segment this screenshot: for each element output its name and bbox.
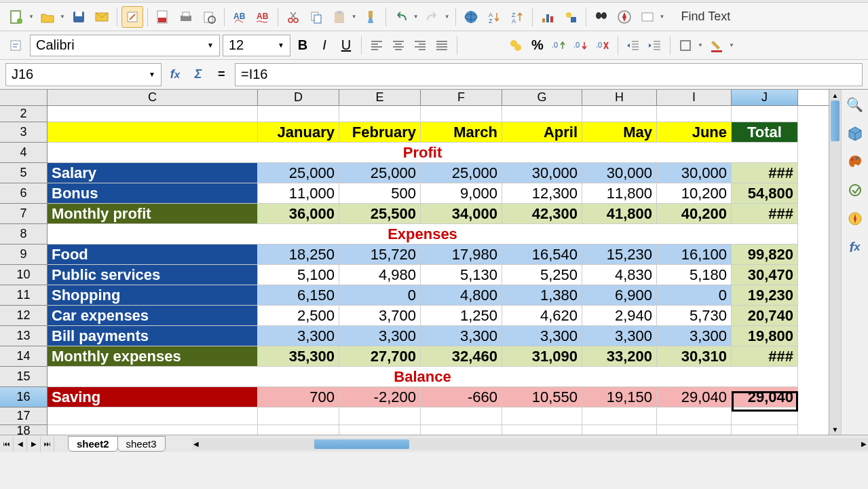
sort-asc-button[interactable]: AZ [483, 6, 505, 28]
horizontal-scrollbar[interactable]: ◀ ▶ [192, 438, 868, 450]
print-button[interactable] [175, 6, 197, 28]
col-header-c[interactable]: C [48, 90, 258, 105]
hscroll-thumb[interactable] [314, 439, 409, 449]
copy-button[interactable] [305, 6, 327, 28]
row-header-7[interactable]: 7 [0, 204, 48, 224]
row-header-4[interactable]: 4 [0, 143, 48, 163]
cell-saving-total[interactable]: 29,040 [732, 387, 798, 408]
col-header-g[interactable]: G [502, 90, 582, 105]
formula-input[interactable]: =I16 [235, 63, 863, 86]
hscroll-right-button[interactable]: ▶ [861, 440, 867, 448]
row-header-9[interactable]: 9 [0, 244, 48, 265]
row-header-15[interactable]: 15 [0, 367, 48, 387]
align-left-button[interactable] [367, 36, 386, 55]
vertical-scrollbar[interactable]: ▲ ▼ [829, 90, 841, 435]
function-wizard-button[interactable]: fx [166, 65, 185, 84]
col-header-j[interactable]: J [732, 90, 798, 105]
cell-blank-header[interactable] [48, 122, 258, 143]
row-header-6[interactable]: 6 [0, 183, 48, 204]
align-justify-button[interactable] [432, 36, 451, 55]
hyperlink-button[interactable] [460, 6, 482, 28]
row-header-10[interactable]: 10 [0, 265, 48, 285]
decrease-indent-button[interactable] [624, 36, 643, 55]
sheet-tab-sheet3[interactable]: sheet3 [117, 436, 166, 452]
vscroll-thumb[interactable] [831, 101, 839, 141]
cut-button[interactable] [282, 6, 304, 28]
add-decimal-button[interactable]: .0 [550, 36, 569, 55]
cell-balance-section[interactable]: Balance [48, 367, 798, 387]
cell-month-feb[interactable]: February [339, 122, 421, 143]
hscroll-left-button[interactable]: ◀ [193, 440, 199, 448]
italic-button[interactable]: I [315, 36, 334, 55]
cell-total-header[interactable]: Total [732, 122, 798, 143]
col-header-h[interactable]: H [582, 90, 657, 105]
cell-expenses-section[interactable]: Expenses [48, 224, 798, 244]
redo-dropdown[interactable]: ▼ [443, 14, 451, 20]
show-draw-button[interactable] [560, 6, 582, 28]
cell-profit-section[interactable]: Profit [48, 143, 798, 163]
select-all-corner[interactable] [0, 90, 48, 105]
row-header-16[interactable]: 16 [0, 387, 48, 408]
font-name-select[interactable]: Calibri ▼ [30, 35, 220, 56]
underline-button[interactable]: U [337, 36, 356, 55]
tab-first-button[interactable]: ⏮ [0, 437, 14, 452]
row-header-3[interactable]: 3 [0, 122, 48, 143]
edit-button[interactable] [121, 6, 143, 28]
export-pdf-button[interactable] [152, 6, 174, 28]
row-header-2[interactable]: 2 [0, 106, 48, 122]
row-header-17[interactable]: 17 [0, 408, 48, 425]
print-preview-button[interactable] [198, 6, 220, 28]
sheet-tab-sheet2[interactable]: sheet2 [68, 436, 118, 452]
delete-decimal-button[interactable]: .0 [593, 36, 612, 55]
row-header-12[interactable]: 12 [0, 306, 48, 326]
email-button[interactable] [91, 6, 113, 28]
find-button[interactable] [590, 6, 612, 28]
row-header-13[interactable]: 13 [0, 326, 48, 346]
currency-button[interactable] [506, 36, 525, 55]
scroll-up-button[interactable]: ▲ [829, 90, 841, 101]
save-button[interactable] [68, 6, 90, 28]
col-header-i[interactable]: I [657, 90, 732, 105]
new-doc-button[interactable] [5, 6, 27, 28]
bg-color-dropdown[interactable]: ▼ [728, 42, 736, 48]
percent-button[interactable]: % [528, 36, 547, 55]
cell-month-jun[interactable]: June [657, 122, 732, 143]
remove-decimal-button[interactable]: .0 [571, 36, 590, 55]
scroll-down-button[interactable]: ▼ [829, 424, 841, 435]
cube-icon[interactable] [846, 124, 865, 143]
cell-bonus-label[interactable]: Bonus [48, 183, 258, 204]
paste-button[interactable] [328, 6, 350, 28]
sort-desc-button[interactable]: ZA [506, 6, 528, 28]
cell-salary-label[interactable]: Salary [48, 163, 258, 183]
styles-button[interactable] [5, 35, 27, 56]
bold-button[interactable]: B [293, 36, 312, 55]
format-paintbrush-button[interactable] [360, 6, 381, 28]
undo-button[interactable] [390, 6, 412, 28]
properties-icon[interactable]: 🔍 [846, 95, 865, 114]
row-header-18[interactable]: 18 [0, 425, 48, 435]
new-doc-dropdown[interactable]: ▼ [27, 14, 35, 20]
gallery-dropdown[interactable]: ▼ [658, 14, 666, 20]
borders-button[interactable] [676, 36, 695, 55]
autospell-button[interactable]: AB [252, 6, 273, 28]
palette-icon[interactable] [846, 152, 865, 171]
paste-dropdown[interactable]: ▼ [350, 14, 358, 20]
font-size-select[interactable]: 12 ▼ [223, 35, 290, 56]
spellcheck-button[interactable]: AB [229, 6, 250, 28]
col-header-d[interactable]: D [258, 90, 339, 105]
tab-prev-button[interactable]: ◀ [14, 437, 27, 452]
redo-button[interactable] [421, 6, 443, 28]
align-right-button[interactable] [411, 36, 430, 55]
navigator-side-icon[interactable] [846, 209, 865, 228]
increase-indent-button[interactable] [645, 36, 664, 55]
row-header-5[interactable]: 5 [0, 163, 48, 183]
open-dropdown[interactable]: ▼ [58, 14, 67, 20]
grid[interactable]: C D E F G H I J 2 3 January February Mar… [0, 90, 829, 435]
cell-month-apr[interactable]: April [502, 122, 582, 143]
chart-button[interactable] [537, 6, 559, 28]
col-header-e[interactable]: E [339, 90, 421, 105]
cell-month-jan[interactable]: January [258, 122, 339, 143]
row-header-8[interactable]: 8 [0, 224, 48, 244]
col-header-f[interactable]: F [421, 90, 502, 105]
cell-reference-box[interactable]: J16 ▼ [5, 63, 162, 86]
